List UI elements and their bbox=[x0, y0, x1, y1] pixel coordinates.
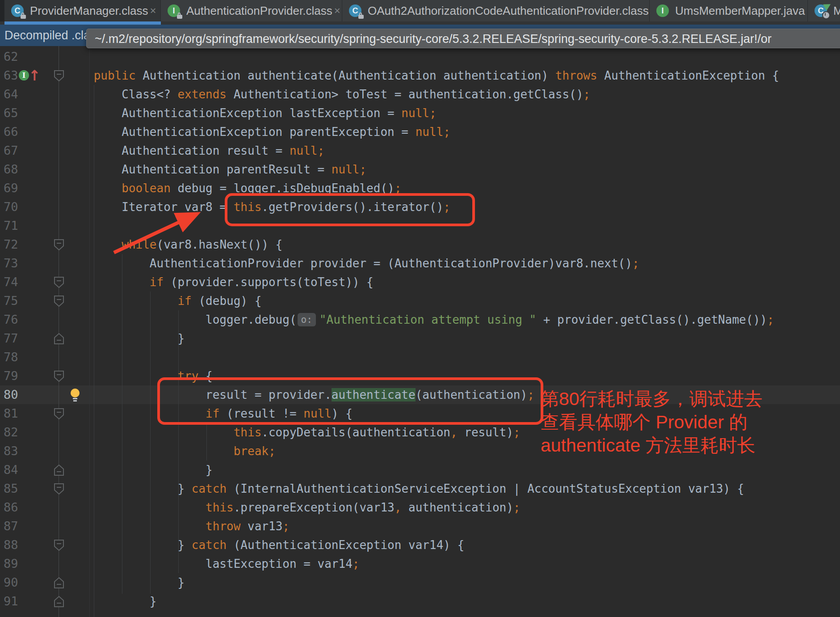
code-token: Class<? bbox=[66, 88, 177, 101]
code-token: } bbox=[66, 463, 213, 477]
code-line-76[interactable]: logger.debug(o:"Authentication attempt u… bbox=[0, 310, 840, 329]
code-line-64[interactable]: Class<? extends Authentication> toTest =… bbox=[0, 85, 840, 104]
code-token: catch bbox=[192, 538, 227, 552]
code-token: Authentication authenticate(Authenticati… bbox=[136, 69, 555, 82]
chinese-annotation: 第80行耗时最多，调试进去查看具体哪个 Provider 的authentica… bbox=[541, 387, 763, 457]
code-token: ; bbox=[443, 125, 450, 139]
code-line-77[interactable]: } bbox=[0, 329, 840, 348]
tab-umsmembermapper-java[interactable]: IUmsMemberMapper.java× bbox=[650, 0, 808, 21]
code-line-90[interactable]: } bbox=[0, 573, 840, 592]
tab-providermanager-class[interactable]: CProviderManager.class× bbox=[4, 0, 161, 21]
interface-file-icon: I bbox=[656, 4, 670, 18]
code-token: (AuthenticationException var14) { bbox=[227, 538, 464, 552]
code-token: catch bbox=[192, 482, 227, 495]
code-token: + provider.getClass().getName()) bbox=[536, 313, 767, 326]
ide-window: CProviderManager.class×IAuthenticationPr… bbox=[0, 0, 840, 617]
code-token: ; bbox=[513, 501, 521, 514]
code-token: null bbox=[290, 144, 318, 157]
code-token bbox=[66, 275, 150, 289]
code-token: Authentication parentResult = bbox=[66, 163, 332, 176]
code-line-75[interactable]: if (debug) { bbox=[0, 292, 840, 310]
code-token: boolean bbox=[122, 182, 171, 195]
code-line-68[interactable]: Authentication parentResult = null; bbox=[0, 160, 840, 179]
code-token: ; bbox=[359, 163, 366, 176]
code-token: if bbox=[150, 275, 164, 289]
code-line-67[interactable]: Authentication result = null; bbox=[0, 141, 840, 160]
code-token bbox=[66, 520, 206, 533]
code-token: null bbox=[332, 163, 360, 176]
code-token: (provider.supports(toTest)) { bbox=[164, 275, 374, 289]
code-token: AuthenticationException { bbox=[597, 69, 779, 82]
code-line-66[interactable]: AuthenticationException parentException … bbox=[0, 123, 840, 141]
tab-label: AuthenticationProvider.class bbox=[186, 4, 332, 18]
code-line-88[interactable]: } catch (AuthenticationException var14) … bbox=[0, 536, 840, 554]
code-token: (debug) { bbox=[192, 294, 262, 308]
code-token: ; bbox=[429, 106, 437, 120]
code-token: this bbox=[234, 426, 262, 439]
tab-label: UmsMemberMapper.java bbox=[675, 4, 805, 18]
code-token: Authentication result = bbox=[66, 144, 290, 157]
class-file-icon: C bbox=[349, 4, 363, 18]
code-line-86[interactable]: this.prepareException(var13, authenticat… bbox=[0, 498, 840, 517]
code-token: extends bbox=[177, 88, 227, 101]
red-annotation-box-authenticate bbox=[157, 377, 543, 425]
annotation-text-line: authenticate 方法里耗时长 bbox=[541, 434, 763, 457]
tab-close-icon[interactable]: × bbox=[332, 5, 342, 16]
code-token: logger.debug( bbox=[66, 313, 297, 326]
code-token: ; bbox=[318, 144, 325, 157]
code-line-89[interactable]: lastException = var14; bbox=[0, 554, 840, 573]
tab-label: M bbox=[833, 4, 840, 18]
class-file-icon: C bbox=[814, 4, 828, 18]
code-area: public Authentication authenticate(Authe… bbox=[0, 47, 840, 611]
code-line-84[interactable]: } bbox=[0, 461, 840, 479]
code-token bbox=[66, 426, 234, 439]
code-token: ; bbox=[353, 557, 360, 571]
readonly-lock-icon bbox=[358, 13, 364, 19]
tab-label: ProviderManager.class bbox=[30, 4, 148, 18]
code-editor[interactable]: 6263I↑6465666768697071727374757677787980… bbox=[0, 46, 840, 617]
clock-badge-icon bbox=[822, 11, 830, 19]
code-line-78[interactable] bbox=[0, 348, 840, 367]
code-token bbox=[66, 182, 122, 195]
code-line-63[interactable]: public Authentication authenticate(Authe… bbox=[0, 66, 840, 85]
tab-m[interactable]: CM bbox=[808, 0, 840, 21]
code-token: AuthenticationException lastException = bbox=[66, 106, 401, 120]
code-token: } bbox=[66, 332, 185, 345]
code-token: "Authentication attempt using " bbox=[319, 313, 536, 326]
code-line-87[interactable]: throw var13; bbox=[0, 517, 840, 536]
code-token bbox=[66, 294, 177, 308]
tab-oauth2authorizationcodeauthenticationprovider-class[interactable]: COAuth2AuthorizationCodeAuthenticationPr… bbox=[342, 0, 650, 21]
tab-authenticationprovider-class[interactable]: IAuthenticationProvider.class× bbox=[161, 0, 342, 21]
class-file-icon: C bbox=[11, 4, 25, 18]
code-line-85[interactable]: } catch (InternalAuthenticationServiceEx… bbox=[0, 479, 840, 498]
code-token: lastException = var14 bbox=[66, 557, 353, 571]
code-line-62[interactable] bbox=[0, 47, 840, 66]
code-token: ; bbox=[583, 88, 590, 101]
code-token: } bbox=[66, 595, 157, 608]
code-token: .prepareException(var13 bbox=[234, 501, 395, 514]
code-token: var13 bbox=[240, 520, 282, 533]
code-token: } bbox=[66, 576, 185, 589]
active-tab-underline bbox=[4, 21, 161, 25]
code-token: ; bbox=[632, 257, 639, 270]
code-token: ; bbox=[282, 520, 290, 533]
code-token: result) bbox=[458, 426, 513, 439]
tab-label: OAuth2AuthorizationCodeAuthenticationPro… bbox=[368, 4, 649, 18]
code-token: AuthenticationException parentException … bbox=[66, 125, 416, 139]
tabbar-left-edge bbox=[0, 0, 4, 21]
interface-file-icon: I bbox=[167, 4, 181, 18]
code-token: ; bbox=[269, 444, 276, 458]
code-line-74[interactable]: if (provider.supports(toTest)) { bbox=[0, 273, 840, 292]
code-line-91[interactable]: } bbox=[0, 592, 840, 611]
code-token: throw bbox=[206, 520, 240, 533]
code-token: break bbox=[234, 444, 269, 458]
annotation-text-line: 第80行耗时最多，调试进去 bbox=[541, 387, 763, 410]
code-token: (InternalAuthenticationServiceException … bbox=[227, 482, 744, 495]
code-token: this bbox=[206, 501, 234, 514]
red-annotation-arrow bbox=[101, 203, 212, 261]
tab-close-icon[interactable]: × bbox=[148, 5, 158, 16]
jar-path-text: ~/.m2/repository/org/springframework/sec… bbox=[95, 32, 772, 46]
editor-tab-bar: CProviderManager.class×IAuthenticationPr… bbox=[0, 0, 840, 21]
annotation-text-line: 查看具体哪个 Provider 的 bbox=[541, 410, 763, 434]
code-line-65[interactable]: AuthenticationException lastException = … bbox=[0, 104, 840, 123]
